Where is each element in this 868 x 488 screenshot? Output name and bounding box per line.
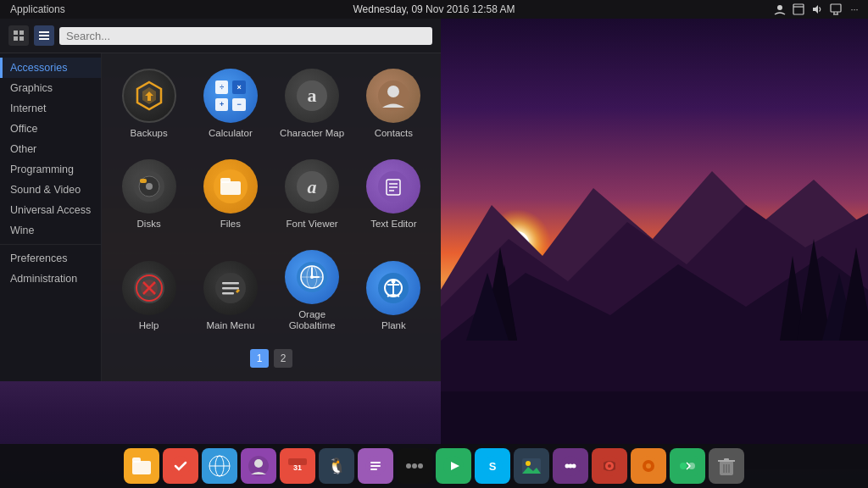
dock-contacts[interactable] (241, 448, 276, 484)
svg-rect-58 (222, 292, 234, 295)
svg-rect-86 (370, 465, 381, 467)
menu-body: Accessories Graphics Internet Office Oth… (0, 53, 441, 381)
sidebar-item-office[interactable]: Office (0, 119, 101, 139)
svg-marker-18 (813, 5, 818, 14)
dock-calendar[interactable]: 31 (280, 448, 315, 484)
svg-rect-73 (132, 458, 141, 463)
dock-media[interactable] (436, 448, 471, 484)
app-grid: Backups ÷ × + − Calculator (110, 62, 432, 341)
top-taskbar: Applications Wednesday, 09 Nov 2016 12:5… (0, 0, 868, 19)
svg-point-109 (680, 463, 687, 469)
dock-notes[interactable] (358, 448, 393, 484)
svg-point-74 (170, 456, 191, 476)
dock-tasks[interactable] (163, 448, 198, 484)
desktop-scene (441, 19, 868, 469)
page-1-button[interactable]: 1 (250, 349, 269, 368)
dock-audio[interactable] (592, 448, 627, 484)
orage-label: Orage Globaltime (278, 309, 347, 333)
dock-dots[interactable] (397, 448, 432, 484)
svg-rect-29 (39, 38, 49, 40)
app-item-font-viewer[interactable]: a Font Viewer (274, 152, 351, 239)
help-icon (122, 261, 176, 315)
sidebar-item-internet[interactable]: Internet (0, 98, 101, 119)
grid-view-button[interactable] (8, 25, 29, 46)
sidebar-item-graphics[interactable]: Graphics (0, 78, 101, 98)
help-label: Help (139, 320, 159, 332)
dock-app2[interactable] (631, 448, 666, 484)
svg-point-45 (378, 171, 409, 202)
app-item-text-editor[interactable]: Text Editor (355, 152, 432, 239)
sidebar-item-sound-video[interactable]: Sound & Video (0, 180, 101, 200)
svg-text:🐧: 🐧 (327, 457, 347, 475)
svg-point-15 (777, 5, 782, 10)
svg-rect-26 (19, 36, 24, 41)
volume-icon[interactable] (810, 3, 824, 16)
app-item-plank[interactable]: Plank (355, 243, 432, 341)
svg-point-107 (646, 463, 651, 469)
disks-label: Disks (137, 219, 161, 230)
app-item-disks[interactable]: Disks (110, 152, 187, 239)
svg-text:a: a (308, 176, 317, 197)
taskbar-left: Applications (7, 3, 69, 15)
charmap-label: Character Map (280, 128, 344, 140)
svg-point-88 (406, 463, 411, 469)
svg-rect-113 (724, 458, 729, 462)
application-menu: Accessories Graphics Internet Office Oth… (0, 19, 441, 381)
more-icon[interactable]: ··· (848, 3, 861, 16)
svg-text:31: 31 (293, 463, 302, 472)
svg-rect-23 (14, 30, 18, 35)
texteditor-icon (366, 159, 420, 214)
page-2-button[interactable]: 2 (274, 349, 292, 368)
contacts-label: Contacts (375, 128, 413, 140)
fontviewer-icon: a (285, 159, 339, 214)
app-item-character-map[interactable]: a Character Map (274, 62, 351, 148)
list-view-button[interactable] (34, 25, 54, 46)
app-item-calculator[interactable]: ÷ × + − Calculator (192, 62, 269, 148)
user-icon[interactable] (773, 3, 787, 16)
svg-rect-39 (140, 179, 147, 183)
app-item-main-menu[interactable]: Main Menu (192, 243, 269, 341)
sidebar-item-accessories[interactable]: Accessories (0, 58, 101, 78)
pagination: 1 2 (110, 341, 432, 373)
dock-browser[interactable] (202, 448, 237, 484)
sidebar-item-administration[interactable]: Administration (0, 269, 101, 289)
svg-point-35 (387, 86, 399, 97)
files-icon (203, 159, 258, 214)
svg-rect-27 (39, 31, 49, 33)
dock-chat[interactable] (553, 448, 588, 484)
files-label: Files (220, 219, 241, 230)
app-item-help[interactable]: Help (110, 243, 187, 341)
search-input[interactable] (59, 27, 432, 45)
menu-header (0, 19, 441, 53)
sidebar-item-universal-access[interactable]: Universal Access (0, 200, 101, 220)
dock-switch[interactable] (670, 448, 705, 484)
disks-icon (122, 159, 176, 214)
svg-point-71 (392, 280, 396, 284)
app-item-contacts[interactable]: Contacts (355, 62, 432, 148)
window-icon[interactable] (792, 3, 805, 16)
dock-trash[interactable] (709, 448, 744, 484)
app-item-orage[interactable]: Orage Globaltime (274, 243, 351, 341)
calculator-icon: ÷ × + − (203, 69, 258, 123)
app-item-backups[interactable]: Backups (110, 62, 187, 148)
dock-files[interactable] (124, 448, 159, 484)
dock-skype[interactable]: S (475, 448, 510, 484)
sidebar-item-wine[interactable]: Wine (0, 220, 101, 241)
backups-icon (122, 69, 176, 123)
sidebar-item-programming[interactable]: Programming (0, 159, 101, 180)
category-sidebar: Accessories Graphics Internet Office Oth… (0, 53, 102, 381)
orage-icon (285, 250, 339, 304)
svg-text:a: a (308, 85, 317, 106)
display-icon[interactable] (829, 3, 843, 16)
dock-linux[interactable]: 🐧 (319, 448, 354, 484)
dock-gallery[interactable] (514, 448, 549, 484)
svg-rect-24 (19, 30, 24, 35)
sidebar-item-preferences[interactable]: Preferences (0, 248, 101, 269)
svg-rect-72 (132, 461, 151, 474)
mainmenu-icon (203, 261, 258, 315)
sidebar-item-other[interactable]: Other (0, 139, 101, 159)
svg-rect-56 (222, 282, 239, 285)
svg-rect-16 (793, 4, 804, 14)
app-item-files[interactable]: Files (192, 152, 269, 239)
apps-menu-label[interactable]: Applications (7, 3, 69, 15)
